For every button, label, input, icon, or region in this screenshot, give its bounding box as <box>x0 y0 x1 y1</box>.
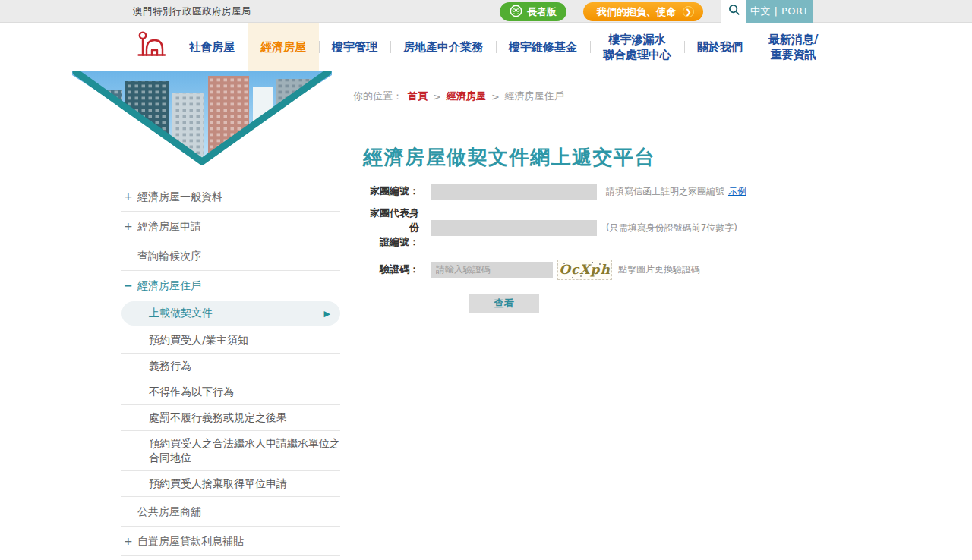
sidebar-item-loan-interest-subsidy[interactable]: + 自置房屋貸款利息補貼 <box>122 527 340 556</box>
search-button[interactable] <box>721 0 746 23</box>
nav-item-about-us[interactable]: 關於我們 <box>684 23 756 71</box>
sidebar-item-obligations[interactable]: 義務行為 <box>122 354 340 379</box>
breadcrumb-separator: > <box>491 91 500 102</box>
family-number-hint: 請填寫信函上註明之家團編號 <box>606 185 724 198</box>
breadcrumb-current: 經濟房屋住戶 <box>505 90 564 103</box>
nav-item-building-management[interactable]: 樓宇管理 <box>319 23 390 71</box>
sidebar-item-general-info[interactable]: + 經濟房屋一般資料 <box>122 182 340 212</box>
sidebar-item-queue-status[interactable]: 查詢輪候次序 <box>122 241 340 271</box>
sidebar-item-location-distribution[interactable]: 經濟房屋位置分佈 <box>122 556 340 560</box>
elderly-face-icon <box>510 5 522 20</box>
breadcrumb-section-link[interactable]: 經濟房屋 <box>447 90 486 103</box>
nav-item-economic-housing[interactable]: 經濟房屋 <box>248 23 319 71</box>
family-number-input[interactable] <box>431 184 597 200</box>
nav-item-real-estate-agency[interactable]: 房地產中介業務 <box>390 23 496 71</box>
sidebar-item-prohibited-acts[interactable]: 不得作為以下行為 <box>122 379 340 405</box>
search-icon <box>728 4 740 19</box>
nav-item-latest-news[interactable]: 最新消息/ 重要資訊 <box>756 23 831 71</box>
top-utility-bar: 澳門特別行政區政府房屋局 長者版 我們的抱負、使命 ❯ <box>0 0 972 23</box>
page: 澳門特別行政區政府房屋局 長者版 我們的抱負、使命 ❯ <box>0 0 972 560</box>
sidebar-item-application[interactable]: + 經濟房屋申請 <box>122 212 340 241</box>
sidebar-item-buyer-owner-notice[interactable]: 預約買受人/業主須知 <box>122 328 340 354</box>
breadcrumb-separator: > <box>433 91 441 102</box>
id-number-hint: (只需填寫身份證號碼前7位數字) <box>606 222 737 234</box>
family-number-label: 家團編號： <box>364 184 419 199</box>
nav-item-social-housing[interactable]: 社會房屋 <box>176 23 248 71</box>
captcha-label: 驗證碼： <box>364 263 419 277</box>
nav-item-building-maintenance-fund[interactable]: 樓宇維修基金 <box>496 23 590 71</box>
id-number-input[interactable] <box>431 220 597 236</box>
breadcrumb-home-link[interactable]: 首頁 <box>408 90 428 103</box>
sidebar-item-penalties[interactable]: 處罰不履行義務或規定之後果 <box>122 405 340 431</box>
housing-bureau-logo[interactable] <box>135 30 167 64</box>
deed-submission-form: 家團編號： 請填寫信函上註明之家團編號 示例 家團代表身份 證編號： (只需填寫… <box>364 184 805 313</box>
expand-plus-icon[interactable]: + <box>124 219 134 233</box>
view-button[interactable]: 查看 <box>469 294 539 313</box>
page-title: 經濟房屋做契文件網上遞交平台 <box>363 144 655 171</box>
language-switcher[interactable]: 中文 | PORT <box>746 0 813 23</box>
sidebar-item-public-housing-shops[interactable]: 公共房屋商舖 <box>122 497 340 527</box>
example-link[interactable]: 示例 <box>728 185 746 198</box>
mission-button[interactable]: 我們的抱負、使命 ❯ <box>583 2 703 21</box>
sidebar-banner-image <box>72 71 332 176</box>
mission-button-label: 我們的抱負、使命 <box>597 5 676 19</box>
sidebar-item-residents[interactable]: − 經濟房屋住戶 <box>122 271 340 300</box>
site-title: 澳門特別行政區政府房屋局 <box>133 0 251 23</box>
collapse-minus-icon[interactable]: − <box>124 278 134 292</box>
id-number-label: 家團代表身份 證編號： <box>364 206 419 250</box>
breadcrumb: 你的位置： 首頁 > 經濟房屋 > 經濟房屋住戶 <box>353 90 564 103</box>
elderly-version-button[interactable]: 長者版 <box>500 2 566 21</box>
nav-item-water-seepage-center[interactable]: 樓宇滲漏水 聯合處理中心 <box>590 23 684 71</box>
captcha-refresh-hint: 點擊圖片更換驗證碼 <box>618 263 700 276</box>
right-triangle-icon: ▶ <box>324 309 330 319</box>
captcha-input[interactable] <box>431 262 553 278</box>
expand-plus-icon[interactable]: + <box>124 190 134 203</box>
nav-menu: 社會房屋 經濟房屋 樓宇管理 房地產中介業務 樓宇維修基金 樓宇滲漏水 聯合處理… <box>176 23 831 71</box>
sidebar-item-heir-succession[interactable]: 預約買受人之合法繼承人申請繼承單位之合同地位 <box>122 431 340 471</box>
sidebar-item-abandon-unit-application[interactable]: 預約買受人捨棄取得單位申請 <box>122 471 340 497</box>
breadcrumb-prefix: 你的位置： <box>353 90 402 103</box>
expand-plus-icon[interactable]: + <box>124 534 134 548</box>
sidebar-item-upload-deed-documents[interactable]: 上載做契文件 ▶ <box>122 301 340 326</box>
sidebar-menu: + 經濟房屋一般資料 + 經濟房屋申請 查詢輪候次序 − 經濟房屋住戶 上載做契… <box>122 182 340 560</box>
circle-arrow-icon: ❯ <box>683 6 694 17</box>
elderly-version-label: 長者版 <box>527 5 557 19</box>
captcha-image[interactable]: OcXph <box>557 260 612 280</box>
main-navbar: 社會房屋 經濟房屋 樓宇管理 房地產中介業務 樓宇維修基金 樓宇滲漏水 聯合處理… <box>0 23 972 71</box>
